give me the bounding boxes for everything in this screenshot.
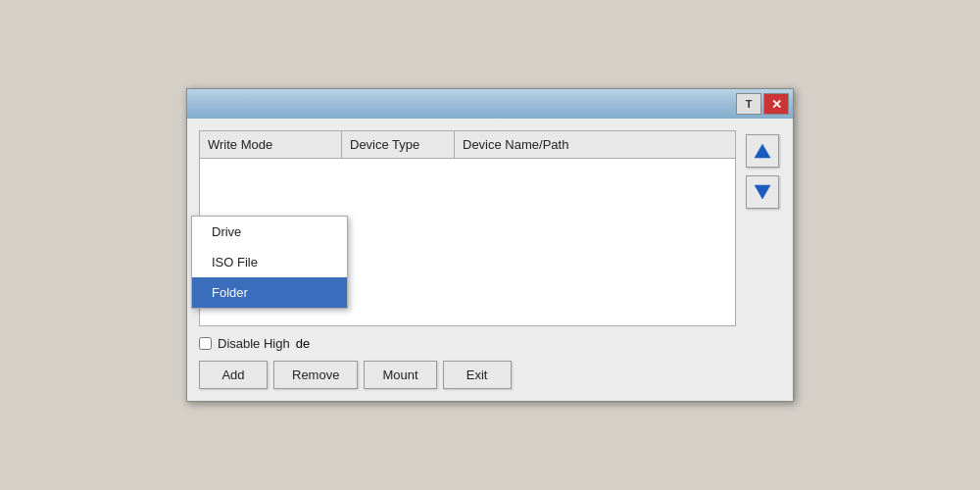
window-body: Write Mode Device Type Device Name/Path — [187, 119, 793, 401]
down-arrow-icon — [754, 183, 771, 201]
disable-high-checkbox[interactable] — [199, 337, 212, 350]
dropdown-item-folder[interactable]: Folder — [192, 277, 347, 308]
right-controls — [736, 130, 781, 209]
mode-label-text: de — [296, 336, 310, 351]
col-header-device-name: Device Name/Path — [455, 131, 735, 158]
main-window: T ✕ Write Mode Device Type Device Name/P… — [186, 88, 794, 402]
col-header-write-mode: Write Mode — [200, 131, 342, 158]
exit-button[interactable]: Exit — [443, 361, 512, 389]
dropdown-item-drive[interactable]: Drive — [192, 217, 347, 247]
dropdown-menu: Drive ISO File Folder — [191, 216, 348, 309]
up-arrow-icon — [754, 142, 771, 160]
up-arrow-button[interactable] — [746, 134, 779, 168]
close-button[interactable]: ✕ — [763, 93, 789, 115]
dropdown-item-iso[interactable]: ISO File — [192, 247, 347, 277]
checkbox-label: Disable High — [218, 336, 290, 351]
button-row: Add Remove Mount Exit — [199, 361, 781, 389]
checkbox-row: Disable High de — [199, 336, 781, 351]
table-header: Write Mode Device Type Device Name/Path — [200, 131, 735, 159]
add-button[interactable]: Add — [199, 361, 268, 389]
down-arrow-button[interactable] — [746, 175, 779, 209]
svg-marker-1 — [755, 185, 770, 199]
mount-button[interactable]: Mount — [364, 361, 436, 389]
remove-button[interactable]: Remove — [273, 361, 358, 389]
svg-marker-0 — [755, 144, 770, 158]
t-button[interactable]: T — [736, 93, 761, 115]
title-bar: T ✕ — [187, 89, 793, 119]
col-header-device-type: Device Type — [342, 131, 455, 158]
